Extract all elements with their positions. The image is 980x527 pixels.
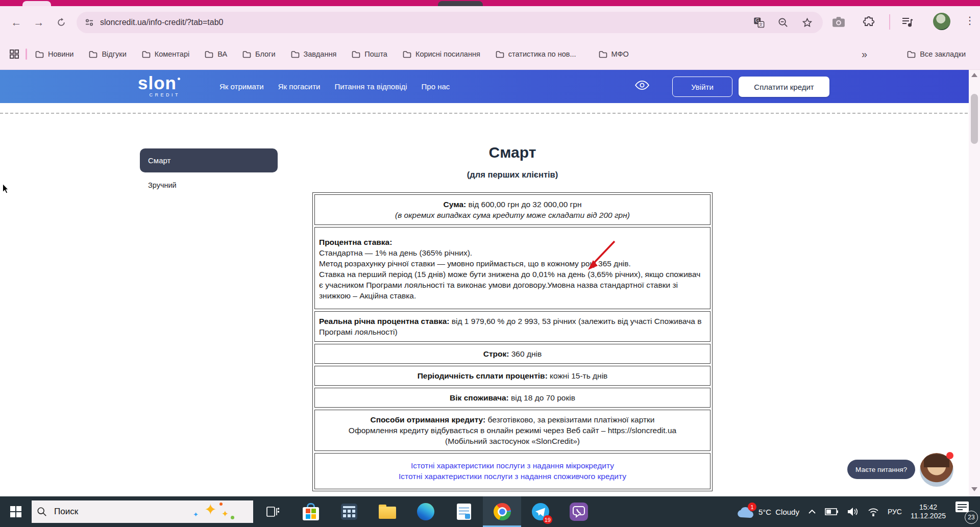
- folder-icon: [599, 51, 607, 58]
- bookmark-label: Корисні посилання: [415, 50, 480, 58]
- chat-notification-dot: [946, 452, 953, 459]
- nav-faq[interactable]: Питання та відповіді: [334, 82, 407, 91]
- all-bookmarks-button[interactable]: Все закладки: [907, 50, 966, 58]
- page-scrollbar[interactable]: [969, 70, 980, 496]
- bookmark-folder-novyny[interactable]: Новини: [35, 50, 74, 58]
- bookmark-folder-komentari[interactable]: Коментарі: [142, 50, 189, 58]
- media-playlist-icon[interactable]: [901, 16, 914, 28]
- edge-browser-button[interactable]: [406, 496, 445, 527]
- chrome-button[interactable]: [483, 496, 521, 527]
- translate-icon[interactable]: G 文: [753, 17, 765, 28]
- reload-button[interactable]: [52, 13, 70, 32]
- site-settings-icon[interactable]: [85, 18, 94, 27]
- bookmark-label: Блоги: [255, 50, 275, 58]
- browser-tab[interactable]: [22, 1, 51, 6]
- url-text[interactable]: sloncredit.ua/info-credit/?tab=tab0: [100, 18, 753, 27]
- language-indicator[interactable]: РУС: [888, 508, 902, 516]
- rate-line: Метод розрахунку річної ставки — умовно …: [319, 258, 706, 269]
- bookmark-label: ВА: [217, 50, 227, 58]
- apps-grid-icon[interactable]: [9, 49, 19, 59]
- bookmarks-overflow-chevron-icon[interactable]: »: [862, 48, 867, 60]
- calculator-icon: [341, 504, 357, 520]
- login-button[interactable]: Увійти: [672, 77, 732, 97]
- search-icon: [37, 507, 47, 517]
- viber-button[interactable]: [559, 496, 598, 527]
- table-row-links: Істотні характеристики послуги з надання…: [314, 453, 710, 489]
- start-button[interactable]: [0, 496, 32, 527]
- sum-note: (в окремих випадках сума кредиту може ск…: [319, 210, 706, 220]
- bookmark-folder-blohy[interactable]: Блоги: [242, 50, 275, 58]
- slon-credit-logo[interactable]: slon CREDIT: [138, 74, 180, 97]
- microsoft-store-button[interactable]: [291, 496, 330, 527]
- task-view-button[interactable]: [253, 496, 291, 527]
- bookmark-folder-va[interactable]: ВА: [205, 50, 227, 58]
- link-microcredit-characteristics[interactable]: Істотні характеристики послуги з надання…: [319, 460, 706, 471]
- telegram-button[interactable]: 19: [521, 496, 559, 527]
- back-button[interactable]: ←: [7, 13, 26, 32]
- toolbar-separator: [889, 14, 890, 30]
- camera-capture-icon[interactable]: [832, 16, 845, 28]
- scroll-up-icon[interactable]: [971, 73, 977, 77]
- chat-bubble[interactable]: Маєте питання?: [847, 460, 915, 479]
- scrollbar-thumb[interactable]: [971, 94, 978, 144]
- table-row-methods: Способи отримання кредиту: безготівково,…: [314, 410, 710, 451]
- accessibility-eye-icon[interactable]: [635, 80, 649, 90]
- tab-zruchnyi[interactable]: Зручний: [148, 181, 177, 189]
- calculator-button[interactable]: [330, 496, 368, 527]
- folder-icon: [352, 51, 360, 58]
- table-row-term: Строк: 360 днів: [314, 344, 710, 364]
- microsoft-store-icon: [303, 503, 319, 520]
- bookmark-folder-korysni[interactable]: Корисні посилання: [403, 50, 480, 58]
- folder-icon: [89, 51, 97, 58]
- folder-icon: [35, 51, 44, 58]
- bookmark-folder-vidhuky[interactable]: Відгуки: [89, 50, 126, 58]
- nav-how-to-get[interactable]: Як отримати: [219, 82, 264, 91]
- telegram-badge: 19: [543, 515, 552, 524]
- notes-app-button[interactable]: [445, 496, 483, 527]
- bookmark-label: МФО: [611, 50, 629, 58]
- battery-icon[interactable]: [825, 508, 838, 515]
- nav-how-to-repay[interactable]: Як погасити: [278, 82, 321, 91]
- notes-app-icon: [457, 504, 471, 520]
- zoom-out-icon[interactable]: [778, 17, 789, 28]
- dashed-divider: [0, 113, 968, 114]
- nav-about[interactable]: Про нас: [422, 82, 450, 91]
- browser-tab[interactable]: [438, 1, 483, 6]
- bookmark-star-icon[interactable]: [802, 17, 813, 28]
- avatar-hair: [924, 454, 949, 467]
- tray-chevron-icon[interactable]: [808, 509, 816, 514]
- weather-widget[interactable]: 1 5°C Cloudy: [736, 505, 799, 518]
- browser-menu-icon[interactable]: ⋮: [965, 14, 975, 27]
- bookmark-folder-poshta[interactable]: Пошта: [352, 50, 387, 58]
- folder-icon: [205, 51, 213, 58]
- red-annotation-arrow: [581, 238, 623, 276]
- file-explorer-button[interactable]: [368, 496, 406, 527]
- real-rate-label: Реальна річна процентна ставка:: [319, 317, 450, 325]
- product-title: Смарт: [312, 144, 713, 161]
- file-explorer-icon: [379, 505, 396, 519]
- table-row-sum: Сума: від 600,00 грн до 32 000,00 грн (в…: [314, 194, 710, 225]
- pay-credit-button[interactable]: Сплатити кредит: [739, 77, 829, 97]
- bookmark-label: статистика по нов...: [508, 50, 576, 58]
- term-label: Строк:: [483, 349, 509, 358]
- link-consumer-credit-characteristics[interactable]: Істотні характеристики послуги з надання…: [319, 471, 706, 482]
- bookmark-folder-mfo[interactable]: МФО: [599, 50, 629, 58]
- scroll-down-icon[interactable]: [971, 487, 977, 491]
- edge-icon: [417, 503, 434, 520]
- address-bar[interactable]: sloncredit.ua/info-credit/?tab=tab0 G 文: [77, 12, 823, 33]
- forward-button[interactable]: →: [30, 13, 48, 32]
- bookmark-folder-statystyka[interactable]: статистика по нов...: [496, 50, 576, 58]
- bookmark-folder-zavdannia[interactable]: Завдання: [291, 50, 337, 58]
- weather-cloud-icon: 1: [736, 505, 754, 518]
- notification-count-badge: 23: [965, 511, 978, 524]
- taskbar-search-box[interactable]: Поиск ✦ ✦ ✦: [32, 500, 253, 523]
- folder-icon: [907, 51, 916, 58]
- extensions-puzzle-icon[interactable]: [863, 16, 875, 28]
- profile-avatar[interactable]: [933, 13, 950, 30]
- tab-smart[interactable]: Смарт: [140, 148, 278, 172]
- sum-label: Сума:: [444, 200, 467, 209]
- clock[interactable]: 15:42 11.12.2025: [911, 503, 946, 520]
- volume-icon[interactable]: [847, 507, 859, 516]
- action-center-button[interactable]: 23: [954, 500, 975, 523]
- network-wifi-icon[interactable]: [868, 508, 879, 516]
